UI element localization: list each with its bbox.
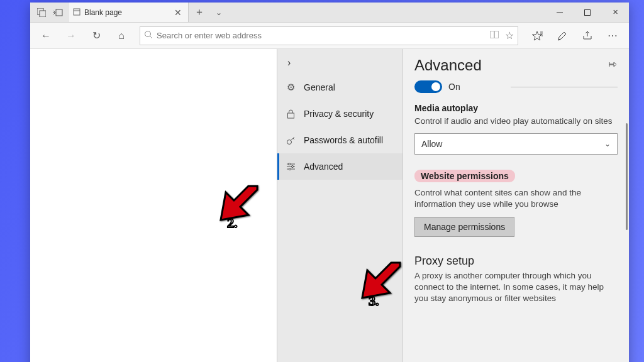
sidebar-item-passwords[interactable]: Passwords & autofill: [277, 127, 402, 153]
svg-line-8: [150, 36, 153, 39]
close-tab-icon[interactable]: ✕: [172, 8, 184, 18]
sliders-icon: [285, 162, 296, 171]
sidebar-item-label: General: [304, 82, 335, 92]
address-bar[interactable]: ☆: [140, 26, 518, 45]
svg-rect-1: [40, 11, 46, 17]
sidebar-item-label: Privacy & security: [304, 109, 374, 119]
pin-icon[interactable]: [608, 60, 618, 71]
gear-icon: ⚙: [285, 82, 296, 93]
svg-rect-2: [56, 9, 62, 16]
back-button[interactable]: ←: [34, 24, 58, 48]
svg-point-7: [145, 31, 151, 37]
edge-window: Blank page ✕ ＋ ⌄ ✕ ← → ↻ ⌂ ☆: [30, 3, 629, 362]
tab-title: Blank page: [84, 8, 168, 17]
settings-back-button[interactable]: ›: [277, 52, 402, 74]
proxy-setup-heading: Proxy setup: [414, 255, 618, 268]
pane-title: Advanced: [414, 57, 482, 74]
browser-tab[interactable]: Blank page ✕: [69, 3, 189, 22]
forward-button[interactable]: →: [59, 24, 83, 48]
navbar: ← → ↻ ⌂ ☆ ⋯: [30, 23, 629, 49]
settings-sidebar: › ⚙ General Privacy & security Passwords…: [277, 49, 403, 362]
refresh-button[interactable]: ↻: [84, 24, 108, 48]
key-icon: [285, 136, 296, 145]
home-button[interactable]: ⌂: [109, 24, 133, 48]
svg-rect-14: [287, 113, 294, 118]
proxy-setup-desc: A proxy is another computer through whic…: [414, 270, 618, 305]
svg-rect-3: [74, 9, 80, 15]
svg-rect-10: [495, 31, 499, 38]
sidebar-item-label: Passwords & autofill: [304, 135, 383, 145]
titlebar: Blank page ✕ ＋ ⌄ ✕: [30, 3, 629, 23]
reading-view-icon[interactable]: [490, 31, 499, 40]
blank-page: [30, 49, 277, 362]
website-permissions-heading: Website permissions: [414, 170, 515, 182]
address-input[interactable]: [157, 27, 486, 45]
settings-panel: › ⚙ General Privacy & security Passwords…: [277, 49, 629, 362]
chevron-down-icon: ⌄: [604, 140, 611, 148]
sidebar-item-general[interactable]: ⚙ General: [277, 74, 402, 101]
toolbar-right: ⋯: [525, 24, 625, 48]
sidebar-item-label: Advanced: [304, 162, 343, 172]
minimize-button[interactable]: [546, 3, 574, 22]
svg-rect-6: [585, 9, 591, 15]
more-icon[interactable]: ⋯: [600, 24, 625, 48]
favorites-hub-icon[interactable]: [525, 24, 550, 48]
lock-icon: [285, 109, 296, 119]
set-aside-tabs-icon[interactable]: [34, 3, 49, 23]
svg-rect-9: [491, 31, 494, 38]
favorite-icon[interactable]: ☆: [505, 30, 514, 41]
sidebar-item-advanced[interactable]: Advanced: [277, 153, 402, 180]
media-autoplay-desc: Control if audio and video play automati…: [414, 116, 618, 127]
svg-point-15: [287, 140, 291, 144]
share-icon[interactable]: [575, 24, 600, 48]
media-autoplay-dropdown[interactable]: Allow ⌄: [414, 133, 618, 155]
new-tab-button[interactable]: ＋: [189, 3, 210, 22]
dropdown-value: Allow: [421, 139, 442, 149]
maximize-button[interactable]: [574, 3, 601, 22]
manage-permissions-button[interactable]: Manage permissions: [414, 217, 514, 237]
svg-line-17: [293, 138, 294, 140]
close-window-button[interactable]: ✕: [601, 3, 629, 22]
toggle-label: On: [448, 82, 460, 92]
settings-pane: Advanced On Media autoplay Control if au…: [403, 49, 629, 362]
svg-point-22: [291, 165, 293, 167]
svg-point-21: [288, 163, 290, 165]
page-icon: [73, 7, 80, 18]
toggle-switch[interactable]: [414, 80, 442, 93]
notes-icon[interactable]: [550, 24, 575, 48]
tab-dropdown-icon[interactable]: ⌄: [210, 3, 228, 22]
tab-actions: [30, 3, 69, 22]
svg-point-23: [289, 168, 291, 170]
sidebar-item-privacy[interactable]: Privacy & security: [277, 101, 402, 127]
show-tabs-icon[interactable]: [50, 3, 65, 23]
content-area: › ⚙ General Privacy & security Passwords…: [30, 49, 629, 362]
divider: [511, 87, 618, 87]
scrollbar-thumb[interactable]: [626, 123, 628, 230]
media-autoplay-heading: Media autoplay: [414, 103, 618, 113]
website-permissions-desc: Control what content sites can show and …: [414, 187, 618, 210]
search-icon: [144, 30, 153, 41]
